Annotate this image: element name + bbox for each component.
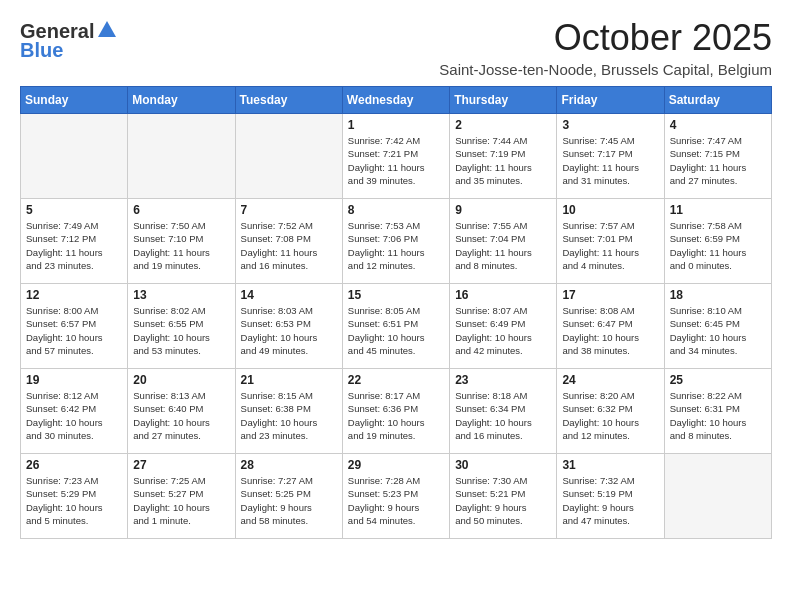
location-title: Saint-Josse-ten-Noode, Brussels Capital,… [118, 61, 772, 78]
day-number: 23 [455, 373, 551, 387]
day-info: Sunrise: 7:57 AM Sunset: 7:01 PM Dayligh… [562, 219, 658, 272]
calendar-week-row: 5Sunrise: 7:49 AM Sunset: 7:12 PM Daylig… [21, 199, 772, 284]
day-info: Sunrise: 8:08 AM Sunset: 6:47 PM Dayligh… [562, 304, 658, 357]
day-info: Sunrise: 7:55 AM Sunset: 7:04 PM Dayligh… [455, 219, 551, 272]
calendar-cell: 13Sunrise: 8:02 AM Sunset: 6:55 PM Dayli… [128, 284, 235, 369]
calendar-cell: 27Sunrise: 7:25 AM Sunset: 5:27 PM Dayli… [128, 454, 235, 539]
calendar-cell: 11Sunrise: 7:58 AM Sunset: 6:59 PM Dayli… [664, 199, 771, 284]
day-number: 22 [348, 373, 444, 387]
day-info: Sunrise: 7:53 AM Sunset: 7:06 PM Dayligh… [348, 219, 444, 272]
day-number: 25 [670, 373, 766, 387]
day-number: 24 [562, 373, 658, 387]
calendar-cell: 24Sunrise: 8:20 AM Sunset: 6:32 PM Dayli… [557, 369, 664, 454]
day-info: Sunrise: 7:25 AM Sunset: 5:27 PM Dayligh… [133, 474, 229, 527]
day-header-friday: Friday [557, 87, 664, 114]
day-info: Sunrise: 7:44 AM Sunset: 7:19 PM Dayligh… [455, 134, 551, 187]
day-number: 16 [455, 288, 551, 302]
day-header-monday: Monday [128, 87, 235, 114]
day-info: Sunrise: 8:10 AM Sunset: 6:45 PM Dayligh… [670, 304, 766, 357]
day-info: Sunrise: 7:42 AM Sunset: 7:21 PM Dayligh… [348, 134, 444, 187]
logo: General Blue [20, 20, 118, 62]
day-number: 20 [133, 373, 229, 387]
day-info: Sunrise: 8:05 AM Sunset: 6:51 PM Dayligh… [348, 304, 444, 357]
calendar-table: SundayMondayTuesdayWednesdayThursdayFrid… [20, 86, 772, 539]
calendar-cell: 30Sunrise: 7:30 AM Sunset: 5:21 PM Dayli… [450, 454, 557, 539]
day-number: 5 [26, 203, 122, 217]
calendar-cell: 5Sunrise: 7:49 AM Sunset: 7:12 PM Daylig… [21, 199, 128, 284]
day-info: Sunrise: 7:28 AM Sunset: 5:23 PM Dayligh… [348, 474, 444, 527]
day-info: Sunrise: 8:13 AM Sunset: 6:40 PM Dayligh… [133, 389, 229, 442]
calendar-cell: 29Sunrise: 7:28 AM Sunset: 5:23 PM Dayli… [342, 454, 449, 539]
calendar-cell: 14Sunrise: 8:03 AM Sunset: 6:53 PM Dayli… [235, 284, 342, 369]
calendar-cell [664, 454, 771, 539]
calendar-cell: 18Sunrise: 8:10 AM Sunset: 6:45 PM Dayli… [664, 284, 771, 369]
calendar-cell: 19Sunrise: 8:12 AM Sunset: 6:42 PM Dayli… [21, 369, 128, 454]
day-header-thursday: Thursday [450, 87, 557, 114]
svg-marker-0 [98, 21, 116, 37]
day-info: Sunrise: 8:22 AM Sunset: 6:31 PM Dayligh… [670, 389, 766, 442]
day-info: Sunrise: 8:17 AM Sunset: 6:36 PM Dayligh… [348, 389, 444, 442]
day-info: Sunrise: 7:27 AM Sunset: 5:25 PM Dayligh… [241, 474, 337, 527]
day-info: Sunrise: 7:52 AM Sunset: 7:08 PM Dayligh… [241, 219, 337, 272]
day-number: 26 [26, 458, 122, 472]
calendar-cell: 23Sunrise: 8:18 AM Sunset: 6:34 PM Dayli… [450, 369, 557, 454]
calendar-cell: 17Sunrise: 8:08 AM Sunset: 6:47 PM Dayli… [557, 284, 664, 369]
day-info: Sunrise: 8:15 AM Sunset: 6:38 PM Dayligh… [241, 389, 337, 442]
day-header-saturday: Saturday [664, 87, 771, 114]
calendar-cell: 8Sunrise: 7:53 AM Sunset: 7:06 PM Daylig… [342, 199, 449, 284]
day-number: 1 [348, 118, 444, 132]
calendar-cell: 26Sunrise: 7:23 AM Sunset: 5:29 PM Dayli… [21, 454, 128, 539]
calendar-week-row: 19Sunrise: 8:12 AM Sunset: 6:42 PM Dayli… [21, 369, 772, 454]
day-number: 19 [26, 373, 122, 387]
day-info: Sunrise: 8:00 AM Sunset: 6:57 PM Dayligh… [26, 304, 122, 357]
calendar-cell: 10Sunrise: 7:57 AM Sunset: 7:01 PM Dayli… [557, 199, 664, 284]
month-title: October 2025 [118, 16, 772, 59]
day-info: Sunrise: 7:49 AM Sunset: 7:12 PM Dayligh… [26, 219, 122, 272]
day-number: 3 [562, 118, 658, 132]
day-number: 31 [562, 458, 658, 472]
day-header-tuesday: Tuesday [235, 87, 342, 114]
calendar-cell [235, 114, 342, 199]
calendar-cell: 6Sunrise: 7:50 AM Sunset: 7:10 PM Daylig… [128, 199, 235, 284]
page-header: General Blue October 2025 Saint-Josse-te… [20, 16, 772, 78]
calendar-week-row: 26Sunrise: 7:23 AM Sunset: 5:29 PM Dayli… [21, 454, 772, 539]
day-info: Sunrise: 7:47 AM Sunset: 7:15 PM Dayligh… [670, 134, 766, 187]
day-info: Sunrise: 7:45 AM Sunset: 7:17 PM Dayligh… [562, 134, 658, 187]
day-number: 12 [26, 288, 122, 302]
day-number: 8 [348, 203, 444, 217]
day-number: 10 [562, 203, 658, 217]
day-number: 13 [133, 288, 229, 302]
day-info: Sunrise: 7:23 AM Sunset: 5:29 PM Dayligh… [26, 474, 122, 527]
day-info: Sunrise: 7:30 AM Sunset: 5:21 PM Dayligh… [455, 474, 551, 527]
calendar-cell: 16Sunrise: 8:07 AM Sunset: 6:49 PM Dayli… [450, 284, 557, 369]
day-number: 29 [348, 458, 444, 472]
logo-icon [96, 19, 118, 41]
day-info: Sunrise: 7:50 AM Sunset: 7:10 PM Dayligh… [133, 219, 229, 272]
calendar-cell: 7Sunrise: 7:52 AM Sunset: 7:08 PM Daylig… [235, 199, 342, 284]
day-number: 6 [133, 203, 229, 217]
day-info: Sunrise: 7:32 AM Sunset: 5:19 PM Dayligh… [562, 474, 658, 527]
calendar-header-row: SundayMondayTuesdayWednesdayThursdayFrid… [21, 87, 772, 114]
calendar-cell: 3Sunrise: 7:45 AM Sunset: 7:17 PM Daylig… [557, 114, 664, 199]
day-number: 9 [455, 203, 551, 217]
calendar-cell: 2Sunrise: 7:44 AM Sunset: 7:19 PM Daylig… [450, 114, 557, 199]
day-number: 28 [241, 458, 337, 472]
calendar-cell: 4Sunrise: 7:47 AM Sunset: 7:15 PM Daylig… [664, 114, 771, 199]
day-info: Sunrise: 8:20 AM Sunset: 6:32 PM Dayligh… [562, 389, 658, 442]
day-info: Sunrise: 8:12 AM Sunset: 6:42 PM Dayligh… [26, 389, 122, 442]
day-number: 27 [133, 458, 229, 472]
calendar-cell: 1Sunrise: 7:42 AM Sunset: 7:21 PM Daylig… [342, 114, 449, 199]
calendar-cell: 20Sunrise: 8:13 AM Sunset: 6:40 PM Dayli… [128, 369, 235, 454]
day-header-wednesday: Wednesday [342, 87, 449, 114]
calendar-cell: 25Sunrise: 8:22 AM Sunset: 6:31 PM Dayli… [664, 369, 771, 454]
calendar-cell [128, 114, 235, 199]
day-info: Sunrise: 8:07 AM Sunset: 6:49 PM Dayligh… [455, 304, 551, 357]
calendar-cell: 21Sunrise: 8:15 AM Sunset: 6:38 PM Dayli… [235, 369, 342, 454]
day-number: 18 [670, 288, 766, 302]
calendar-cell: 28Sunrise: 7:27 AM Sunset: 5:25 PM Dayli… [235, 454, 342, 539]
day-info: Sunrise: 8:18 AM Sunset: 6:34 PM Dayligh… [455, 389, 551, 442]
calendar-week-row: 1Sunrise: 7:42 AM Sunset: 7:21 PM Daylig… [21, 114, 772, 199]
day-info: Sunrise: 8:02 AM Sunset: 6:55 PM Dayligh… [133, 304, 229, 357]
day-number: 4 [670, 118, 766, 132]
calendar-cell: 31Sunrise: 7:32 AM Sunset: 5:19 PM Dayli… [557, 454, 664, 539]
